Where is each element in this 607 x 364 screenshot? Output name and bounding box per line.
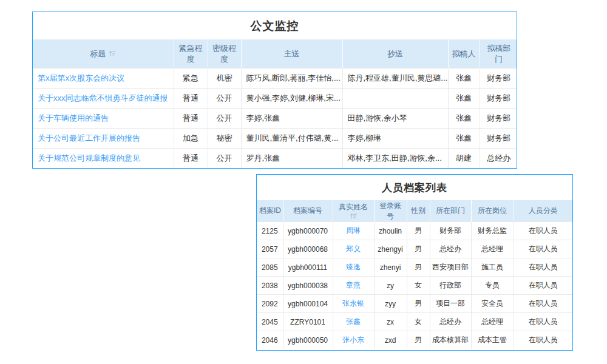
cell-draft-dept: 财务部: [480, 69, 517, 89]
cell-main-send: 陈巧凤,断郎,蒋丽,李佳怡,...: [241, 69, 342, 89]
col-header-real-name-label: 真实姓名: [339, 202, 368, 212]
cell-real-name: 臻逸: [333, 258, 374, 277]
cell-secrecy: 公开: [208, 109, 241, 129]
cell-department: 行政部: [430, 277, 471, 295]
sort-amount-icon[interactable]: [350, 212, 357, 220]
real-name-link[interactable]: 周琳: [346, 226, 361, 235]
cell-category: 在职人员: [514, 240, 572, 258]
col-header-department: 所在部门: [430, 200, 471, 222]
cell-category: 在职人员: [514, 331, 572, 349]
cell-draft-dept: 财务部: [480, 129, 517, 149]
cell-position: 成本主管: [471, 331, 514, 349]
col-header-drafter: 拟稿人: [448, 39, 480, 69]
cell-department: 总经办: [430, 313, 471, 331]
real-name-link[interactable]: 张小东: [342, 335, 364, 344]
document-monitor-title: 公文监控: [33, 12, 517, 39]
cell-category: 在职人员: [514, 313, 572, 331]
cell-real-name: 张鑫: [333, 313, 374, 331]
col-header-login-account: 登录账号: [374, 200, 407, 222]
cell-archive-id: 2038: [257, 277, 283, 295]
real-name-link[interactable]: 章燕: [346, 281, 361, 289]
cell-gender: 男: [407, 222, 430, 240]
col-header-urgency: 紧急程度: [174, 39, 208, 69]
header-row: 标题 紧急程度 密级程度 主送 抄送 拟稿人 拟稿部门: [33, 39, 517, 69]
cell-title: 第x届第x次股东会的决议: [33, 69, 174, 89]
col-header-main-send: 主送: [241, 39, 342, 69]
table-row: 2038ygbh000038章燕zy女行政部专员在职人员: [257, 277, 572, 295]
cell-login-account: zx: [374, 313, 407, 331]
cell-secrecy: 机密: [208, 69, 241, 89]
cell-position: 安全员: [471, 295, 514, 313]
title-link[interactable]: 关于规范公司规章制度的意见: [38, 153, 140, 163]
sort-amount-icon[interactable]: [109, 50, 116, 57]
cell-real-name: 张小东: [333, 331, 374, 349]
col-header-real-name[interactable]: 真实姓名: [333, 200, 374, 222]
cell-urgency: 普通: [174, 89, 208, 109]
cell-gender: 男: [407, 258, 430, 277]
real-name-link[interactable]: 张永银: [342, 299, 364, 308]
cell-urgency: 普通: [174, 109, 208, 129]
cell-position: 总经理: [471, 313, 514, 331]
cell-draft-dept: 总经办: [480, 149, 517, 169]
cell-gender: 男: [407, 295, 430, 313]
cell-draft-dept: 财务部: [480, 89, 517, 109]
cell-archive-id: 2125: [257, 222, 283, 240]
cell-login-account: zyy: [374, 295, 407, 313]
cell-secrecy: 公开: [208, 149, 241, 169]
cell-urgency: 紧急: [174, 69, 208, 89]
table-row: 关于规范公司规章制度的意见普通公开罗丹,张鑫邓林,李卫东,田静,游恢,余...胡…: [33, 149, 517, 169]
title-link[interactable]: 第x届第x次股东会的决议: [38, 73, 124, 83]
cell-real-name: 郑义: [333, 240, 374, 258]
table-row: 第x届第x次股东会的决议紧急机密陈巧凤,断郎,蒋丽,李佳怡,...陈丹,程亚雄,…: [33, 69, 517, 89]
cell-cc: 田静,游恢,余小琴: [342, 109, 448, 129]
cell-position: 施工员: [471, 258, 514, 277]
cell-archive-id: 2092: [257, 295, 283, 313]
cell-drafter: 张鑫: [448, 69, 480, 89]
col-header-archive-id: 档案ID: [257, 200, 283, 222]
cell-archive-no: ygbh000050: [283, 331, 333, 349]
cell-archive-id: 2057: [257, 240, 283, 258]
cell-login-account: zhoulin: [374, 222, 407, 240]
cell-archive-id: 2046: [257, 331, 283, 349]
cell-archive-no: ygbh000038: [283, 277, 333, 295]
cell-secrecy: 秘密: [208, 129, 241, 149]
cell-category: 在职人员: [514, 258, 572, 277]
cell-title: 关于公司最近工作开展的报告: [33, 129, 174, 149]
table-row: 2045ZZRY0101张鑫zx女总经办总经理在职人员: [257, 313, 572, 331]
table-row: 关于公司最近工作开展的报告加急秘密董川民,董清平,付伟璐,黄...李婷,柳琳张鑫…: [33, 129, 517, 149]
document-monitor-panel: 公文监控 标题 紧急程度 密级程度 主送 抄送 拟稿人 拟稿部门 第x届第x次股…: [32, 12, 517, 169]
table-row: 2092ygbh000104张永银zyy男项目一部安全员在职人员: [257, 295, 572, 313]
cell-title: 关于车辆使用的通告: [33, 109, 174, 129]
table-row: 关于xxx同志临危不惧勇斗歹徒的通报普通公开黄小强,李婷,刘健,柳琳,宋...张…: [33, 89, 517, 109]
real-name-link[interactable]: 臻逸: [346, 263, 361, 271]
cell-department: 项目一部: [430, 295, 471, 313]
cell-cc: 李婷,柳琳: [342, 129, 448, 149]
cell-urgency: 普通: [174, 149, 208, 169]
cell-secrecy: 公开: [208, 89, 241, 109]
real-name-link[interactable]: 郑义: [346, 244, 361, 253]
cell-category: 在职人员: [514, 277, 572, 295]
cell-drafter: 张鑫: [448, 109, 480, 129]
cell-draft-dept: 财务部: [480, 109, 517, 129]
cell-login-account: zhenyi: [374, 258, 407, 277]
cell-main-send: 罗丹,张鑫: [241, 149, 342, 169]
cell-archive-no: ygbh000068: [283, 240, 333, 258]
cell-urgency: 加急: [174, 129, 208, 149]
real-name-link[interactable]: 张鑫: [346, 317, 361, 326]
col-header-category: 人员分类: [514, 200, 572, 222]
title-link[interactable]: 关于车辆使用的通告: [38, 113, 109, 123]
header-row: 档案ID 档案编号 真实姓名 登录账号 性别 所在部门 所在岗位 人员分类: [257, 200, 572, 222]
cell-position: 专员: [471, 277, 514, 295]
cell-category: 在职人员: [514, 295, 572, 313]
cell-login-account: zhengyi: [374, 240, 407, 258]
cell-position: 财务总监: [471, 222, 514, 240]
cell-department: 成本核算部: [430, 331, 471, 349]
cell-cc: 陈丹,程亚雄,董川民,黄思璐...: [342, 69, 448, 89]
col-header-title[interactable]: 标题: [33, 39, 174, 69]
cell-cc: [342, 89, 448, 109]
table-row: 关于车辆使用的通告普通公开李婷,张鑫田静,游恢,余小琴张鑫财务部: [33, 109, 517, 129]
title-link[interactable]: 关于xxx同志临危不惧勇斗歹徒的通报: [38, 93, 168, 103]
table-row: 2057ygbh000068郑义zhengyi男总经办总经理在职人员: [257, 240, 572, 258]
cell-archive-id: 2045: [257, 313, 283, 331]
title-link[interactable]: 关于公司最近工作开展的报告: [38, 133, 140, 143]
